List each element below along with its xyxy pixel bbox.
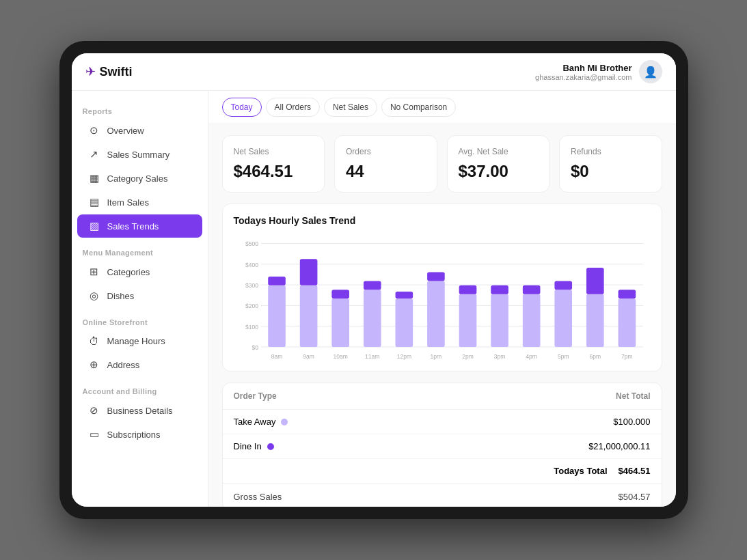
header: ✈ Swifti Banh Mi Brother ghassan.zakaria… [72, 53, 676, 91]
filter-no-comparison[interactable]: No Comparison [381, 98, 456, 117]
chart-container: $0$100$200$300$400$5008am9am10am11am12pm… [234, 237, 651, 360]
svg-rect-42 [586, 294, 604, 347]
order-table: Order Type Net Total Take Away $100.000 … [222, 382, 662, 507]
sidebar-icon-sales-summary: ↗ [88, 148, 100, 160]
gross-label: Gross Sales [234, 492, 282, 502]
sidebar-section-billing: Account and Billing [72, 382, 208, 398]
order-label: Dine In [234, 441, 262, 451]
sidebar: Reports ⊙ Overview ↗ Sales Summary ▦ Cat… [72, 91, 208, 507]
logo-text: Swifti [100, 65, 133, 79]
svg-text:5pm: 5pm [557, 353, 569, 360]
stat-value: $464.51 [234, 162, 314, 181]
order-dot [267, 443, 274, 450]
sidebar-label-sales-trends: Sales Trends [107, 221, 159, 232]
sidebar-item-sales-summary[interactable]: ↗ Sales Summary [77, 143, 202, 166]
user-email: ghassan.zakaria@gmail.com [535, 73, 631, 81]
svg-text:$400: $400 [245, 262, 258, 268]
svg-text:11am: 11am [365, 353, 379, 360]
order-value: $100.000 [613, 417, 650, 427]
stats-row: Net Sales $464.51 Orders 44 Avg. Net Sal… [208, 124, 676, 204]
svg-rect-18 [331, 298, 349, 347]
content-area: Today All Orders Net Sales No Comparison… [208, 91, 676, 507]
avatar[interactable]: 👤 [639, 60, 662, 83]
sidebar-item-address[interactable]: ⊕ Address [77, 353, 202, 376]
svg-rect-12 [268, 285, 286, 347]
sidebar-item-sales-trends[interactable]: ▨ Sales Trends [77, 214, 202, 238]
order-total-row: Todays Total $464.51 [223, 459, 662, 484]
stat-card: Orders 44 [334, 135, 437, 193]
svg-text:12pm: 12pm [396, 353, 411, 360]
sidebar-icon-dishes: ◎ [88, 290, 100, 302]
tablet-frame: ✈ Swifti Banh Mi Brother ghassan.zakaria… [59, 41, 688, 519]
svg-rect-33 [491, 294, 508, 347]
col-order-type: Order Type [234, 391, 277, 401]
header-user: Banh Mi Brother ghassan.zakaria@gmail.co… [535, 60, 662, 83]
stat-card: Avg. Net Sale $37.00 [447, 135, 550, 193]
gross-row: Gross Sales $504.57 [223, 484, 662, 507]
stat-value: 44 [346, 162, 426, 181]
chart-section: Todays Hourly Sales Trend $0$100$200$300… [222, 204, 662, 372]
sidebar-item-overview[interactable]: ⊙ Overview [77, 119, 202, 142]
sidebar-section-menu: Menu Management [72, 243, 208, 260]
svg-rect-28 [427, 272, 445, 281]
svg-rect-24 [395, 298, 413, 347]
filter-net-sales[interactable]: Net Sales [324, 98, 377, 117]
svg-rect-19 [331, 290, 349, 298]
sidebar-item-item-sales[interactable]: ▤ Item Sales [77, 191, 202, 214]
sidebar-icon-category-sales: ▦ [88, 172, 100, 184]
stat-value: $0 [571, 162, 651, 181]
sidebar-item-manage-hours[interactable]: ⏱ Manage Hours [77, 330, 202, 352]
order-row: Take Away $100.000 [223, 410, 662, 434]
col-net-total: Net Total [616, 391, 650, 401]
sidebar-label-manage-hours: Manage Hours [107, 336, 165, 346]
sidebar-label-address: Address [107, 360, 140, 370]
sidebar-icon-categories: ⊞ [88, 266, 100, 278]
gross-value: $504.57 [619, 492, 651, 502]
order-value: $21,000,000.11 [588, 441, 650, 451]
order-label: Take Away [234, 417, 276, 427]
sidebar-icon-sales-trends: ▨ [88, 220, 100, 232]
svg-text:8am: 8am [271, 353, 282, 360]
filter-all-orders[interactable]: All Orders [266, 98, 320, 117]
sidebar-label-category-sales: Category Sales [107, 173, 168, 184]
tablet-screen: ✈ Swifti Banh Mi Brother ghassan.zakaria… [72, 53, 676, 507]
sidebar-label-overview: Overview [107, 126, 144, 136]
sidebar-icon-business-details: ⊘ [88, 404, 100, 417]
svg-rect-15 [299, 285, 317, 347]
svg-rect-21 [363, 290, 381, 347]
sidebar-item-dishes[interactable]: ◎ Dishes [77, 284, 202, 307]
svg-rect-13 [268, 277, 286, 285]
stat-label: Orders [346, 147, 426, 156]
svg-rect-34 [491, 285, 508, 294]
user-name: Banh Mi Brother [535, 63, 631, 73]
svg-text:$300: $300 [245, 282, 258, 289]
todays-total-value: $464.51 [619, 466, 651, 476]
order-table-header: Order Type Net Total [223, 383, 662, 410]
svg-rect-25 [395, 292, 413, 298]
stat-value: $37.00 [459, 162, 539, 181]
svg-text:2pm: 2pm [462, 353, 474, 360]
chart-title: Todays Hourly Sales Trend [234, 215, 651, 226]
stat-card: Net Sales $464.51 [222, 135, 325, 193]
order-dot [281, 419, 288, 425]
stat-label: Refunds [571, 147, 651, 156]
sidebar-icon-subscriptions: ▭ [88, 428, 100, 440]
svg-rect-16 [299, 259, 317, 285]
sidebar-item-categories[interactable]: ⊞ Categories [77, 260, 202, 283]
sidebar-item-category-sales[interactable]: ▦ Category Sales [77, 167, 202, 190]
svg-text:$100: $100 [245, 324, 258, 331]
sidebar-label-dishes: Dishes [107, 291, 135, 301]
filter-today[interactable]: Today [222, 98, 262, 117]
svg-rect-30 [459, 294, 476, 347]
sidebar-label-subscriptions: Subscriptions [107, 430, 161, 440]
svg-rect-37 [522, 285, 540, 294]
sidebar-icon-overview: ⊙ [88, 124, 100, 137]
sidebar-label-categories: Categories [107, 267, 150, 277]
sidebar-section-storefront: Online Storefront [72, 313, 208, 329]
filter-bar: Today All Orders Net Sales No Comparison [208, 91, 676, 124]
sidebar-item-business-details[interactable]: ⊘ Business Details [77, 399, 202, 422]
svg-text:10am: 10am [333, 353, 347, 360]
sidebar-item-subscriptions[interactable]: ▭ Subscriptions [77, 423, 202, 446]
bar-chart: $0$100$200$300$400$5008am9am10am11am12pm… [234, 237, 651, 360]
svg-text:7pm: 7pm [621, 353, 633, 360]
